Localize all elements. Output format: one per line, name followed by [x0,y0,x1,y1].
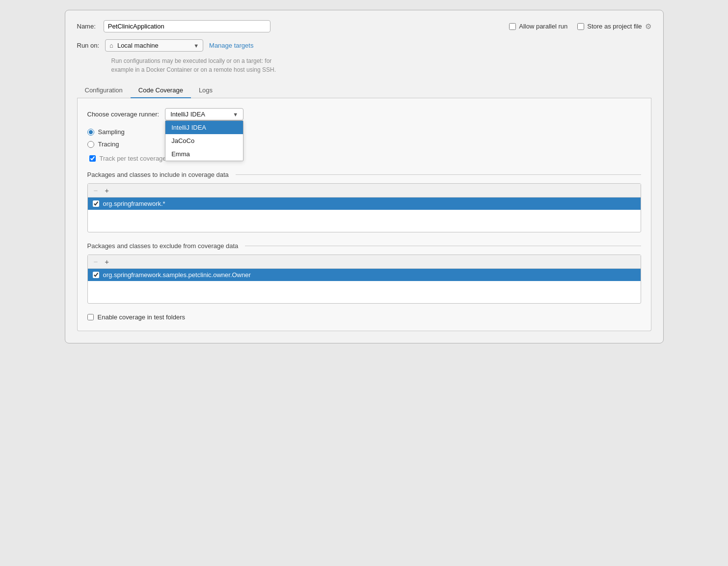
exclude-add-button[interactable]: + [103,257,111,266]
run-on-dropdown-arrow: ▼ [193,43,199,49]
tab-logs[interactable]: Logs [191,83,220,98]
track-coverage-label: Track per test coverage [100,155,166,162]
runner-dropdown-arrow: ▼ [233,112,238,117]
runner-select-btn[interactable]: IntelliJ IDEA ▼ [165,108,243,120]
tabs-row: Configuration Code Coverage Logs [77,83,651,98]
exclude-remove-button[interactable]: − [92,257,100,266]
include-list-container: − + org.springframework.* [87,183,641,232]
exclude-item-0[interactable]: org.springframework.samples.petclinic.ow… [88,269,641,281]
exclude-section-header: Packages and classes to exclude from cov… [87,242,641,250]
run-on-row: Run on: ⌂ Local machine ▼ Manage targets [77,39,651,52]
runner-option-intellij[interactable]: IntelliJ IDEA [165,121,243,134]
include-list-items: org.springframework.* [88,198,641,232]
run-on-label: Run on: [77,42,100,49]
include-section-header: Packages and classes to include in cover… [87,171,641,178]
tab-configuration[interactable]: Configuration [77,83,131,98]
exclude-item-0-checkbox[interactable] [93,272,99,278]
sampling-label: Sampling [98,128,125,136]
enable-coverage-label: Enable coverage in test folders [98,313,186,321]
exclude-list-items: org.springframework.samples.petclinic.ow… [88,269,641,303]
run-on-hint: Run configurations may be executed local… [111,57,651,74]
exclude-list-container: − + org.springframework.samples.petclini… [87,255,641,304]
include-item-0-value: org.springframework.* [103,200,165,207]
include-list-toolbar: − + [88,184,641,198]
allow-parallel-label: Allow parallel run [519,23,567,30]
run-config-dialog: Name: Allow parallel run Store as projec… [65,10,664,343]
exclude-list-toolbar: − + [88,255,641,269]
name-label: Name: [77,23,96,30]
tracing-radio[interactable] [87,141,94,148]
manage-targets-link[interactable]: Manage targets [209,42,253,49]
runner-selected-value: IntelliJ IDEA [170,111,205,118]
store-project-group: Store as project file ⚙ [577,22,651,31]
coverage-runner-row: Choose coverage runner: IntelliJ IDEA ▼ … [87,108,641,120]
track-coverage-checkbox[interactable] [89,155,96,162]
enable-coverage-checkbox[interactable] [87,314,94,320]
runner-dropdown-menu: IntelliJ IDEA JaCoCo Emma [165,120,243,161]
run-on-value: Local machine [117,42,189,49]
runner-option-emma[interactable]: Emma [165,147,243,161]
store-project-label: Store as project file [587,23,642,30]
exclude-empty-row [88,281,641,299]
gear-icon[interactable]: ⚙ [645,22,651,31]
exclude-item-0-value: org.springframework.samples.petclinic.ow… [103,271,251,279]
coverage-runner-label: Choose coverage runner: [87,111,160,118]
store-project-checkbox[interactable] [577,23,584,30]
header-right: Allow parallel run Store as project file… [509,22,651,31]
include-empty-row [88,210,641,227]
header-row: Name: Allow parallel run Store as projec… [77,20,651,32]
allow-parallel-checkbox[interactable] [509,23,516,30]
exclude-section-title: Packages and classes to exclude from cov… [87,242,239,250]
sampling-radio[interactable] [87,129,94,136]
tab-content: Choose coverage runner: IntelliJ IDEA ▼ … [77,98,651,331]
home-icon: ⌂ [109,42,113,49]
include-add-button[interactable]: + [103,186,111,195]
include-section-title: Packages and classes to include in cover… [87,171,229,178]
tab-code-coverage[interactable]: Code Coverage [131,83,191,98]
tracing-label: Tracing [98,141,119,148]
include-item-0[interactable]: org.springframework.* [88,198,641,210]
run-on-select[interactable]: ⌂ Local machine ▼ [105,39,203,52]
runner-select-wrapper: IntelliJ IDEA ▼ IntelliJ IDEA JaCoCo Emm… [165,108,243,120]
include-remove-button[interactable]: − [92,186,100,195]
include-item-0-checkbox[interactable] [93,200,99,207]
enable-coverage-row: Enable coverage in test folders [87,313,641,321]
runner-option-jacoco[interactable]: JaCoCo [165,134,243,147]
allow-parallel-group: Allow parallel run [509,23,567,30]
name-input[interactable] [104,20,270,32]
